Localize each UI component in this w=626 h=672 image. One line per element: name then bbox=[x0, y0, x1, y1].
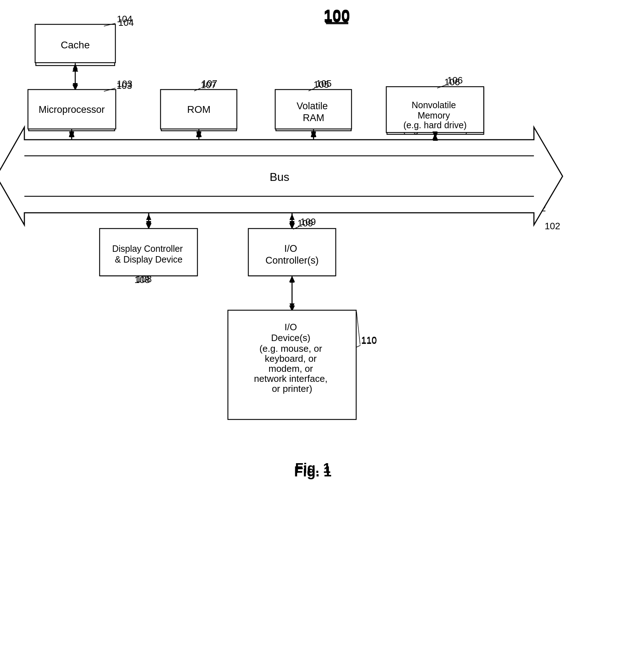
title-text: 100 bbox=[324, 6, 350, 24]
io-ctrl-dev-top bbox=[290, 277, 295, 283]
components-svg: 100 Cache 104 Microprocessor 103 ROM 107 bbox=[0, 0, 626, 672]
io-device-ref-text: 110 bbox=[361, 335, 377, 345]
io-ctrl-ref-text: 109 bbox=[300, 216, 316, 227]
display-ref-text: 108 bbox=[136, 274, 152, 284]
nv-bus-bot bbox=[433, 131, 438, 138]
cache-text: Cache bbox=[61, 39, 90, 51]
io-ctrl-bus-bot bbox=[290, 221, 295, 227]
display-bus-top bbox=[146, 214, 151, 220]
rom-text: ROM bbox=[187, 104, 210, 115]
svg-line-57 bbox=[357, 312, 360, 345]
cache-ref-text: 104 bbox=[117, 14, 132, 24]
vram-ref-text: 105 bbox=[316, 78, 331, 89]
nv-ref-text: 106 bbox=[447, 75, 463, 86]
io-ctrl-bus-top bbox=[290, 214, 295, 220]
micro-ref-text: 103 bbox=[117, 78, 132, 89]
io-ctrl-dev-bot bbox=[290, 303, 295, 309]
cache-micro-arrow-top bbox=[73, 63, 78, 69]
display-bus-bot bbox=[146, 221, 151, 227]
fig-label: Fig. 1 bbox=[294, 464, 331, 479]
rom-ref-text: 107 bbox=[202, 78, 217, 89]
diagram-container: 100 Cache 104 Microprocessor 103 ROM 107… bbox=[0, 0, 626, 672]
micro-text: Microprocessor bbox=[39, 104, 105, 115]
cache-micro-arrow-bot bbox=[73, 83, 78, 89]
